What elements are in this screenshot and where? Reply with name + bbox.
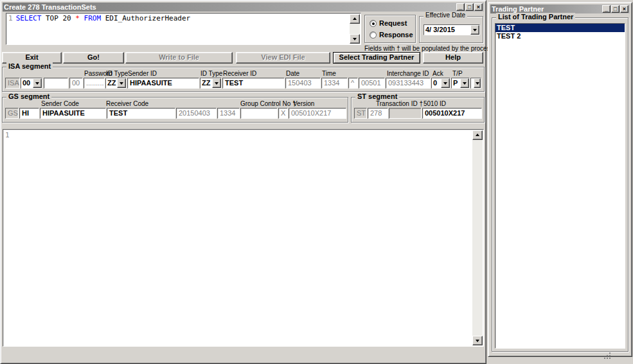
id-5010-label: 5010 ID: [423, 100, 446, 107]
tp-label: T/P: [452, 70, 463, 77]
go-button[interactable]: Go!: [63, 52, 124, 64]
st-version-input[interactable]: 005010X217: [422, 108, 482, 119]
functional-code-input[interactable]: HI: [19, 108, 39, 119]
trading-partner-listbox[interactable]: TEST TEST 2: [495, 23, 625, 349]
sql-query-editor[interactable]: 1 SELECT TOP 20 * FROM EDI_AuthorizerHea…: [6, 13, 361, 45]
group-control-no-input[interactable]: [240, 108, 278, 119]
ack-label: Ack: [432, 70, 443, 77]
main-titlebar[interactable]: Create 278 TransactionSets _ □ ×: [3, 3, 484, 12]
id-type2-label: ID Type: [201, 70, 222, 77]
gs-time-input[interactable]: 1334: [217, 108, 240, 119]
scroll-up-icon[interactable]: [350, 14, 360, 24]
interchange-id-label: Interchange ID: [387, 70, 429, 77]
sender-id-label: Sender ID: [128, 70, 157, 77]
isa-time-label: Time: [322, 70, 336, 77]
close-icon[interactable]: ×: [620, 5, 629, 13]
password-input[interactable]: .........: [84, 78, 105, 89]
radio-selected-icon[interactable]: [370, 20, 377, 27]
resize-grip-icon[interactable]: [603, 351, 611, 360]
minimize-icon[interactable]: _: [456, 3, 465, 11]
gs-version-label: Version: [293, 100, 314, 107]
sender-id-type-select[interactable]: ZZ: [105, 78, 127, 89]
isa-segment-title: ISA segment: [6, 62, 53, 70]
trading-partner-title: Trading Partner: [492, 5, 602, 13]
receiver-id-label: Receiver ID: [223, 70, 256, 77]
close-icon[interactable]: ×: [474, 3, 483, 11]
effective-date-value: 4/ 3/2015: [424, 25, 470, 35]
minimize-icon[interactable]: _: [602, 5, 611, 13]
radio-unselected-icon[interactable]: [370, 31, 377, 39]
sender-id-input[interactable]: HIPAASUITE: [127, 78, 199, 89]
sql-line-number: 1: [6, 13, 16, 22]
auth-qualifier-select[interactable]: 00: [21, 78, 42, 89]
effective-date-select[interactable]: 4/ 3/2015: [423, 24, 480, 35]
maximize-icon[interactable]: □: [465, 3, 474, 11]
response-radio-label: Response: [379, 31, 413, 39]
transaction-id-label: Transaction ID †: [376, 100, 423, 107]
gs-segment-group: GS segment Sender Code Receiver Code Gro…: [2, 97, 348, 123]
sql-editor-scrollbar[interactable]: [350, 14, 360, 44]
request-radio-label: Request: [379, 19, 407, 27]
sql-query-text: SELECT TOP 20 * FROM EDI_AuthorizerHeade…: [16, 13, 191, 22]
security-qualifier-input[interactable]: 00: [69, 78, 83, 89]
separator-input[interactable]: ^: [348, 78, 358, 89]
process-note: Fields with † will be populated by the p…: [364, 45, 495, 52]
extra-select[interactable]: [470, 78, 481, 89]
receiver-id-input[interactable]: TEST: [222, 78, 285, 89]
gs-receiver-code-input[interactable]: TEST: [107, 108, 175, 119]
gs-version-input[interactable]: 005010X217: [289, 108, 346, 119]
chevron-down-icon[interactable]: [474, 78, 481, 88]
scroll-down-icon[interactable]: [472, 336, 483, 345]
effective-date-label: Effective Date: [423, 12, 467, 19]
main-window-title: Create 278 TransactionSets: [4, 3, 456, 12]
help-button[interactable]: Help: [423, 52, 483, 64]
list-item[interactable]: TEST: [495, 24, 625, 32]
scroll-up-icon[interactable]: [472, 130, 483, 140]
st-segment-title: ST segment: [355, 92, 399, 100]
transaction-set-input[interactable]: 278: [368, 108, 388, 119]
auth-info-input[interactable]: [44, 78, 68, 89]
output-editor[interactable]: 1: [3, 129, 484, 347]
ack-select[interactable]: 0: [431, 78, 450, 89]
isa-prefix: ISA: [5, 78, 20, 89]
main-window: Create 278 TransactionSets _ □ × 1 SELEC…: [0, 0, 486, 364]
output-editor-scrollbar[interactable]: [472, 130, 483, 345]
trading-partner-list-group: List of Trading Partner TEST TEST 2: [492, 17, 629, 352]
st-prefix: ST: [354, 108, 367, 119]
group-control-no-label: Group Control No †: [240, 100, 296, 107]
scroll-down-icon[interactable]: [350, 34, 360, 44]
request-response-group: Request Response: [364, 15, 416, 43]
sender-code-label: Sender Code: [41, 100, 79, 107]
chevron-down-icon[interactable]: [33, 78, 42, 88]
response-radio[interactable]: Response: [370, 31, 413, 39]
output-line-number: 1: [3, 130, 483, 139]
chevron-down-icon[interactable]: [470, 25, 479, 35]
responsible-agency-input[interactable]: X: [278, 108, 288, 119]
isa-time-input[interactable]: 1334: [321, 78, 348, 89]
transaction-id-input[interactable]: [389, 108, 422, 119]
request-radio[interactable]: Request: [370, 19, 407, 27]
isa-version-input[interactable]: 00501: [359, 78, 385, 89]
isa-date-label: Date: [286, 70, 299, 77]
maximize-icon[interactable]: □: [611, 5, 620, 13]
tp-select[interactable]: P: [451, 78, 470, 89]
chevron-down-icon[interactable]: [441, 78, 450, 88]
interchange-id-input[interactable]: 093133443: [386, 78, 431, 89]
receiver-id-type-select[interactable]: ZZ: [200, 78, 222, 89]
gs-date-input[interactable]: 20150403: [176, 108, 217, 119]
effective-date-group: Effective Date 4/ 3/2015: [419, 16, 483, 43]
chevron-down-icon[interactable]: [460, 78, 469, 88]
trading-partner-titlebar[interactable]: Trading Partner _ □ ×: [490, 4, 630, 13]
list-item[interactable]: TEST 2: [495, 32, 625, 40]
gs-prefix: GS: [5, 108, 19, 119]
chevron-down-icon[interactable]: [212, 78, 221, 88]
select-trading-partner-button[interactable]: Select Trading Partner: [333, 52, 420, 64]
view-edi-file-button[interactable]: View EDI File: [236, 52, 330, 64]
write-to-file-button[interactable]: Write to File: [125, 52, 233, 64]
trading-partner-list-title: List of Trading Partner: [496, 13, 575, 21]
gs-segment-title: GS segment: [6, 92, 51, 100]
isa-date-input[interactable]: 150403: [285, 78, 321, 89]
gs-sender-code-input[interactable]: HIPAASUITE: [40, 108, 106, 119]
chevron-down-icon[interactable]: [117, 78, 126, 88]
trading-partner-window: Trading Partner _ □ × List of Trading Pa…: [488, 2, 632, 357]
